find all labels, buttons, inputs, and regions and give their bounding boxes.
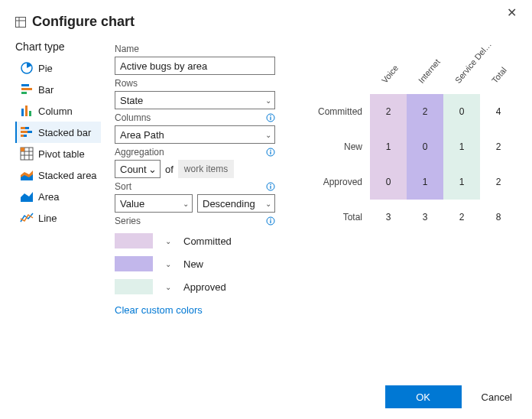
preview-cell: 1 [370, 129, 407, 164]
chart-type-label: Pivot table [38, 148, 85, 160]
column-chart-icon [20, 104, 34, 118]
bar-chart-icon [20, 83, 34, 96]
svg-marker-24 [21, 192, 33, 202]
svg-rect-30 [270, 151, 271, 154]
svg-rect-10 [21, 127, 25, 129]
close-button[interactable]: ✕ [502, 6, 521, 20]
chevron-down-icon[interactable]: ⌄ [164, 283, 173, 291]
chart-type-line[interactable]: Line [15, 207, 101, 229]
info-icon[interactable] [266, 148, 275, 157]
svg-point-29 [270, 150, 271, 151]
chevron-down-icon: ⌄ [265, 200, 271, 208]
preview-row-header: New [309, 129, 370, 164]
series-color-swatch[interactable] [115, 233, 153, 248]
svg-rect-12 [21, 131, 28, 133]
series-label: New [183, 258, 203, 270]
chevron-down-icon[interactable]: ⌄ [164, 237, 173, 245]
info-icon[interactable] [266, 182, 275, 191]
series-color-swatch[interactable] [115, 256, 153, 271]
preview-cell: 1 [407, 164, 443, 200]
ok-button[interactable]: OK [385, 385, 462, 408]
chevron-down-icon: ⌄ [183, 200, 189, 208]
chart-type-bar[interactable]: Bar [15, 79, 101, 100]
preview-cell: 1 [443, 129, 480, 164]
dialog-title: Configure chart [32, 14, 135, 30]
preview-cell: 2 [480, 129, 517, 164]
chart-type-pie[interactable]: Pie [15, 57, 101, 79]
svg-rect-33 [270, 186, 271, 189]
chart-type-label: Pie [38, 63, 53, 74]
preview-cell: 0 [370, 164, 407, 200]
series-row: ⌄New [115, 252, 275, 275]
chart-type-label: Bar [38, 84, 54, 96]
svg-rect-21 [21, 148, 24, 151]
chart-table-icon [15, 17, 26, 28]
sort-label: Sort [115, 181, 275, 192]
svg-rect-9 [29, 111, 31, 116]
dialog-header: Configure chart [15, 14, 517, 30]
pivot-table-icon [20, 147, 34, 161]
preview-cell: 3 [370, 200, 407, 235]
preview-row-header: Committed [309, 94, 370, 129]
preview-cell: 8 [480, 200, 517, 235]
stacked-area-chart-icon [20, 168, 34, 182]
aggregation-target: work items [178, 160, 234, 178]
preview-column-header: Total [480, 56, 517, 94]
svg-rect-27 [270, 117, 271, 120]
chart-preview: VoiceInternetService Del…TotalCommitted2… [289, 56, 517, 235]
svg-rect-8 [25, 106, 28, 116]
preview-column-header: Internet [407, 56, 443, 94]
chart-type-label: Line [38, 213, 57, 224]
chart-type-column[interactable]: Column [15, 100, 101, 122]
chart-type-area[interactable]: Area [15, 186, 101, 207]
chart-type-stacked-area[interactable]: Stacked area [15, 164, 101, 186]
svg-rect-36 [270, 220, 271, 223]
rows-dropdown[interactable]: State ⌄ [115, 91, 275, 109]
name-input[interactable]: Active bugs by area [115, 57, 275, 75]
chevron-down-icon[interactable]: ⌄ [164, 260, 173, 268]
preview-cell: 0 [407, 129, 443, 164]
series-color-swatch[interactable] [115, 279, 153, 294]
sort-direction-dropdown[interactable]: Descending ⌄ [197, 194, 275, 213]
clear-colors-link[interactable]: Clear custom colors [115, 304, 203, 316]
chart-type-stacked-bar[interactable]: Stacked bar [15, 122, 101, 143]
rows-label: Rows [115, 78, 275, 89]
cancel-button[interactable]: Cancel [477, 391, 517, 404]
svg-rect-5 [21, 88, 32, 90]
svg-rect-7 [21, 109, 24, 116]
svg-rect-15 [24, 135, 27, 137]
chevron-down-icon: ⌄ [148, 164, 157, 175]
svg-rect-4 [21, 84, 29, 86]
chart-type-pivot-table[interactable]: Pivot table [15, 143, 101, 164]
preview-row-header: Total [309, 200, 370, 235]
svg-rect-11 [25, 127, 29, 129]
preview-cell: 4 [480, 94, 517, 129]
series-row: ⌄Committed [115, 229, 275, 252]
series-label: Committed [183, 235, 232, 247]
svg-point-32 [270, 184, 271, 186]
preview-cell: 2 [407, 94, 443, 129]
preview-cell: 0 [443, 94, 480, 129]
columns-dropdown[interactable]: Area Path ⌄ [115, 125, 275, 144]
series-label: Series [115, 216, 275, 226]
aggregation-label: Aggregation [115, 147, 275, 158]
columns-label: Columns [115, 112, 275, 123]
preview-cell: 3 [407, 200, 443, 235]
svg-rect-14 [21, 135, 24, 137]
sort-field-dropdown[interactable]: Value ⌄ [115, 194, 193, 213]
svg-point-35 [270, 219, 271, 220]
svg-rect-0 [16, 17, 26, 27]
preview-cell: 2 [480, 164, 517, 200]
close-icon: ✕ [507, 6, 517, 19]
svg-rect-13 [28, 131, 32, 133]
info-icon[interactable] [266, 216, 275, 226]
info-icon[interactable] [266, 113, 275, 122]
chart-type-label: Stacked bar [38, 127, 91, 138]
pie-chart-icon [20, 61, 34, 75]
svg-point-26 [270, 115, 271, 117]
preview-cell: 2 [370, 94, 407, 129]
series-label: Approved [183, 281, 226, 293]
line-chart-icon [20, 211, 34, 225]
preview-cell: 2 [443, 200, 480, 235]
aggregation-dropdown[interactable]: Count ⌄ [115, 160, 161, 178]
